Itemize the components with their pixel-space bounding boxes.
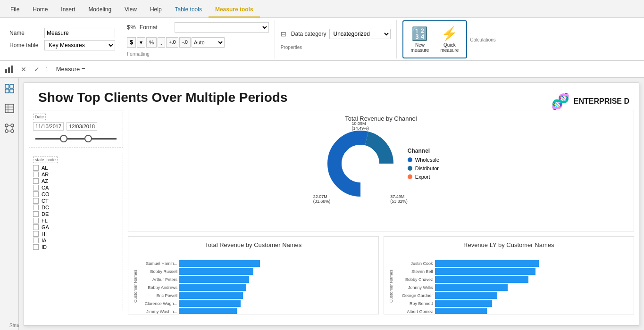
formula-cancel-button[interactable]: ✕ <box>19 65 28 74</box>
date-filter: Date 11/10/2017 12/03/2018 <box>29 110 123 148</box>
bar <box>179 308 237 315</box>
left-panel: Date 11/10/2017 12/03/2018 <box>29 110 123 314</box>
state-list: ALARAZCACOCTDCDEFLGAHIIAID <box>33 165 119 250</box>
state-checkbox[interactable] <box>33 205 39 210</box>
home-table-select[interactable]: Key Measures <box>44 40 115 50</box>
state-checkbox[interactable] <box>33 165 39 171</box>
comma-button[interactable]: ‸ <box>158 37 165 48</box>
start-date[interactable]: 11/10/2017 <box>33 122 64 131</box>
tab-help[interactable]: Help <box>143 2 168 17</box>
date-filter-label: Date <box>33 114 119 119</box>
tab-table-tools[interactable]: Table tools <box>168 2 209 17</box>
state-label: CA <box>42 185 49 190</box>
quick-measure-button[interactable]: ⚡ Quickmeasure <box>436 24 462 55</box>
format-label: Format <box>140 24 173 31</box>
state-checkbox[interactable] <box>33 178 39 184</box>
name-input[interactable] <box>44 28 115 38</box>
dec-up-button[interactable]: +.0 <box>166 37 178 48</box>
tab-file[interactable]: File <box>4 2 26 17</box>
tab-measure-tools[interactable]: Measure tools <box>209 2 260 17</box>
donut-area: 10.09M(14.49%) <box>133 126 629 201</box>
slider-handle-right[interactable] <box>84 135 92 142</box>
state-checkbox[interactable] <box>33 198 39 204</box>
distributor-dot <box>408 166 412 171</box>
state-label: DE <box>42 211 49 217</box>
state-checkbox[interactable] <box>33 211 39 217</box>
bar-name: Bobby Andrews <box>140 285 177 290</box>
bar-row: Bobby Chavez <box>395 276 629 283</box>
bar-row: Clarence Wagn... <box>140 300 374 307</box>
bar <box>179 276 249 283</box>
model-view-icon[interactable] <box>2 121 17 135</box>
name-label: Name <box>9 30 42 36</box>
end-date[interactable]: 12/03/2018 <box>67 122 97 131</box>
tab-view[interactable]: View <box>118 2 143 17</box>
state-checkbox[interactable] <box>33 224 39 230</box>
date-slider[interactable] <box>35 134 117 144</box>
state-label: CT <box>42 198 49 204</box>
state-label: AL <box>42 165 48 171</box>
slider-range <box>35 138 117 140</box>
quick-measure-icon: ⚡ <box>441 26 458 41</box>
data-category-label: Data category <box>291 31 326 37</box>
bar-name: George Gardner <box>395 293 433 298</box>
formula-confirm-button[interactable]: ✓ <box>32 65 42 74</box>
ribbon-tab-bar: File Home Insert Modeling View Help Tabl… <box>0 0 644 18</box>
legend-distributor: Distributor <box>408 165 439 171</box>
wholesale-label: Wholesale <box>415 157 439 163</box>
revenue-ly-bars-wrapper: Justin CookSteven BellBobby ChavezJohnny… <box>395 258 629 315</box>
state-label: CO <box>42 191 50 197</box>
svg-rect-7 <box>5 104 14 113</box>
tab-modeling[interactable]: Modeling <box>82 2 118 17</box>
percent-button[interactable]: % <box>146 37 157 48</box>
state-checkbox[interactable] <box>33 244 39 250</box>
new-measure-icon: 🔢 <box>411 26 428 41</box>
donut-label-wholesale: 37.49M(53.82%) <box>390 194 408 204</box>
dollar-button[interactable]: $ <box>127 37 136 48</box>
bar-name: Bobby Russell <box>140 269 177 274</box>
new-measure-button[interactable]: 🔢 Newmeasure <box>407 24 433 55</box>
svg-rect-2 <box>11 66 13 73</box>
dropdown-arrow-button[interactable]: ▾ <box>137 37 145 48</box>
state-label: GA <box>42 224 49 230</box>
dec-dn-button[interactable]: -.0 <box>179 37 191 48</box>
calculations-group: 🔢 Newmeasure ⚡ Quickmeasure Calculations <box>397 20 502 58</box>
report-view-icon[interactable] <box>2 82 17 96</box>
state-label: IA <box>42 238 46 243</box>
bar-row: Steven Bell <box>395 268 629 275</box>
bar-row: Bobby Russell <box>140 268 374 275</box>
state-checkbox[interactable] <box>33 231 39 237</box>
formula-input[interactable] <box>54 65 640 74</box>
donut-label-distributor: 22.07M(31.68%) <box>313 194 331 204</box>
structure-group: Name Home table Key Measures Structure <box>4 20 121 58</box>
slider-handle-left[interactable] <box>60 135 67 142</box>
state-checkbox[interactable] <box>33 238 39 243</box>
state-checkbox[interactable] <box>33 191 39 197</box>
bar <box>179 268 253 275</box>
sidebar-icons <box>0 78 19 330</box>
main-content: Show Top Clients Over Multiple Periods 🧬… <box>0 78 644 330</box>
state-checkbox[interactable] <box>33 172 39 177</box>
svg-point-12 <box>11 124 14 127</box>
revenue-ly-chart-title: Revenue LY by Customer Names <box>389 241 629 248</box>
format-select[interactable] <box>175 22 269 33</box>
donut-chart-container: Total Revenue by Channel 10.09M(14.49%) <box>128 110 634 231</box>
calculations-label: Calculations <box>470 37 495 42</box>
table-view-icon[interactable] <box>2 101 17 116</box>
date-label-tag: Date <box>33 114 46 120</box>
data-category-select[interactable]: Uncategorized <box>329 29 391 39</box>
format-row: $% Format <box>127 22 269 33</box>
state-checkbox[interactable] <box>33 185 39 190</box>
bar-row: Samuel Hamilт... <box>140 260 374 267</box>
bar <box>435 284 508 291</box>
tab-insert[interactable]: Insert <box>54 2 82 17</box>
state-checkbox[interactable] <box>33 218 39 223</box>
tab-home[interactable]: Home <box>26 2 54 17</box>
state-item: CT <box>33 198 119 204</box>
bar-row: Albert Gomez <box>395 308 629 315</box>
charts-area: Total Revenue by Channel 10.09M(14.49%) <box>128 110 634 314</box>
revenue-bars-wrapper: Samuel Hamilт...Bobby RussellArthur Pete… <box>140 258 374 315</box>
data-category-row: ⊟ Data category Uncategorized <box>281 29 391 39</box>
auto-select[interactable]: Auto <box>192 37 225 48</box>
state-label: ID <box>42 244 47 250</box>
